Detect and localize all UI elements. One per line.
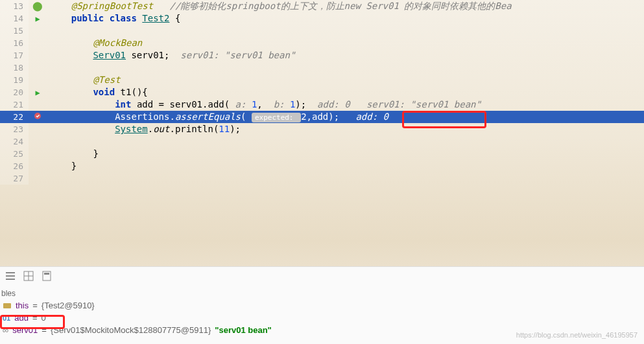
gutter-marker[interactable] <box>29 148 47 160</box>
table-view-icon[interactable] <box>23 271 34 281</box>
gutter-marker[interactable]: ▶ <box>29 12 47 25</box>
gutter-marker[interactable]: ⬤ <box>29 0 47 12</box>
gutter-marker[interactable] <box>29 25 47 37</box>
gutter-marker[interactable] <box>29 74 47 86</box>
code-content[interactable]: void t1(){ <box>47 86 644 98</box>
code-line[interactable]: 19 @Test <box>0 74 644 86</box>
gutter-marker[interactable] <box>29 111 47 123</box>
variables-header: bles <box>0 285 644 299</box>
line-number: 22 <box>0 111 29 123</box>
line-number: 21 <box>0 98 29 111</box>
gutter-marker[interactable] <box>29 172 47 185</box>
code-line[interactable]: 17 Serv01 serv01; serv01: "serv01 bean" <box>0 49 644 62</box>
gutter-marker[interactable] <box>29 160 47 172</box>
calculator-icon[interactable] <box>42 271 52 281</box>
code-content[interactable]: @MockBean <box>47 37 644 49</box>
code-line[interactable]: 24 <box>0 135 644 148</box>
code-line[interactable]: 14▶ public class Test2 { <box>0 12 644 25</box>
line-number: 17 <box>0 49 29 62</box>
code-content[interactable] <box>47 172 644 185</box>
code-line[interactable]: 21 int add = serv01.add( a: 1, b: 1); ad… <box>0 98 644 111</box>
line-number: 26 <box>0 160 29 172</box>
highlight-box-inline <box>402 111 486 128</box>
code-line[interactable]: 18 <box>0 62 644 74</box>
line-number: 24 <box>0 135 29 148</box>
var-name: this <box>16 301 29 310</box>
svg-rect-3 <box>6 279 15 280</box>
code-line[interactable]: 26 } <box>0 160 644 172</box>
gutter-marker[interactable] <box>29 37 47 49</box>
highlight-box-var <box>0 315 65 329</box>
code-line[interactable]: 23 System.out.println(11); <box>0 123 644 135</box>
code-line[interactable]: 13⬤ @SpringBootTest //能够初始化springboot的上下… <box>0 0 644 12</box>
code-line[interactable]: 20▶ void t1(){ <box>0 86 644 98</box>
code-content[interactable]: Serv01 serv01; serv01: "serv01 bean" <box>47 49 644 62</box>
line-number: 19 <box>0 74 29 86</box>
variable-row[interactable]: this = {Test2@5910} <box>0 299 644 312</box>
svg-rect-9 <box>3 303 11 308</box>
line-number: 27 <box>0 172 29 185</box>
code-line[interactable]: 16 @MockBean <box>0 37 644 49</box>
code-line[interactable]: 15 <box>0 25 644 37</box>
panel-toolbar <box>0 267 644 285</box>
code-line[interactable]: 27 <box>0 172 644 185</box>
code-content[interactable]: int add = serv01.add( a: 1, b: 1); add: … <box>47 98 644 111</box>
code-content[interactable] <box>47 25 644 37</box>
line-number: 20 <box>0 86 29 98</box>
code-line[interactable]: 22 Assertions.assertEquals( expected: 2,… <box>0 111 644 123</box>
code-content[interactable]: public class Test2 { <box>47 12 644 25</box>
code-content[interactable] <box>47 62 644 74</box>
code-content[interactable]: } <box>47 148 644 160</box>
vars-tree-icon[interactable] <box>5 271 16 281</box>
code-content[interactable]: } <box>47 160 644 172</box>
svg-rect-1 <box>6 272 15 273</box>
line-number: 18 <box>0 62 29 74</box>
code-content[interactable]: @SpringBootTest //能够初始化springboot的上下文，防止… <box>47 0 644 12</box>
gutter-marker[interactable] <box>29 49 47 62</box>
var-value: {Serv01$MockitoMock$128807775@5911} <box>51 325 211 335</box>
code-content[interactable]: Assertions.assertEquals( expected: 2,add… <box>47 111 644 123</box>
line-number: 16 <box>0 37 29 49</box>
variable-row[interactable]: 01 add = 0 <box>0 312 644 324</box>
line-number: 25 <box>0 148 29 160</box>
code-content[interactable]: @Test <box>47 74 644 86</box>
gutter-marker[interactable] <box>29 123 47 135</box>
code-editor[interactable]: 13⬤ @SpringBootTest //能够初始化springboot的上下… <box>0 0 644 246</box>
line-number: 13 <box>0 0 29 12</box>
gutter-marker[interactable] <box>29 98 47 111</box>
line-number: 15 <box>0 25 29 37</box>
svg-rect-2 <box>6 275 15 277</box>
var-value: {Test2@5910} <box>42 301 95 310</box>
code-content[interactable] <box>47 135 644 148</box>
gutter-marker[interactable] <box>29 62 47 74</box>
gutter-marker[interactable] <box>29 135 47 148</box>
watermark: https://blog.csdn.net/weixin_46195957 <box>516 331 638 339</box>
line-number: 14 <box>0 12 29 25</box>
gutter-marker[interactable]: ▶ <box>29 86 47 98</box>
code-line[interactable]: 25 } <box>0 148 644 160</box>
line-number: 23 <box>0 123 29 135</box>
svg-rect-8 <box>44 273 49 275</box>
code-content[interactable]: System.out.println(11); <box>47 123 644 135</box>
